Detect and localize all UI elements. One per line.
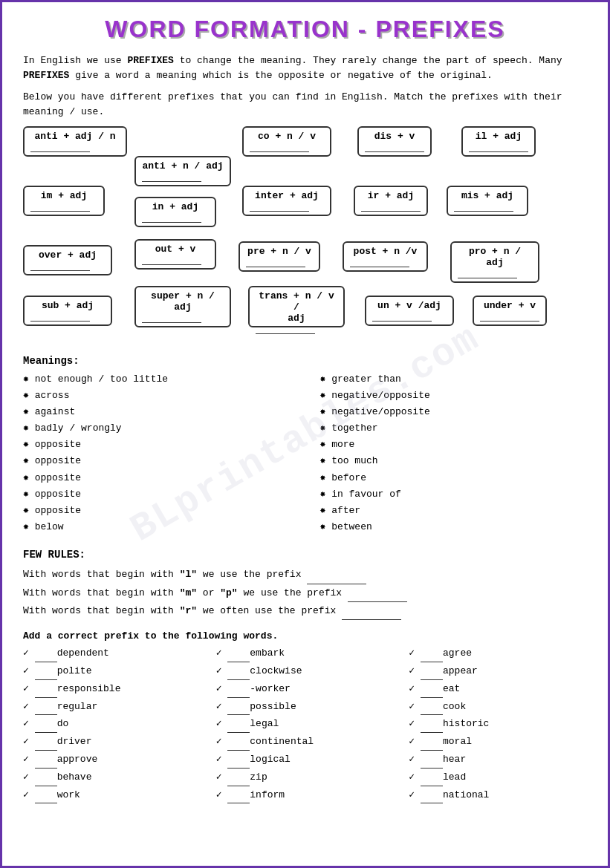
exercise-item: approve [23, 752, 201, 769]
meanings-left-col: not enough / too littleacrossagainstbadl… [23, 371, 291, 535]
meaning-left-item: opposite [23, 470, 291, 486]
exercise-item: national [409, 788, 587, 804]
exercise-item: -worker [216, 682, 395, 698]
rule-line: With words that begin with "l" we use th… [23, 566, 587, 584]
exercise-item: legal [216, 717, 395, 733]
exercise-title: Add a correct prefix to the following wo… [23, 630, 587, 642]
exercise-item: possible [216, 699, 395, 716]
pbox-im-adj: im + adj [23, 186, 105, 216]
pbox-in-adj: in + adj [134, 197, 216, 227]
meanings-title: Meanings: [23, 355, 587, 367]
meaning-right-item: too much [320, 453, 588, 469]
exercise-item: responsible [23, 682, 201, 698]
exercise-col1: dependent polite responsible regular do … [23, 646, 201, 805]
exercise-item: inform [216, 788, 395, 804]
meanings-right-col: greater thannegative/oppositenegative/op… [320, 371, 588, 535]
pbox-pre-n-v: pre + n / v [239, 241, 320, 272]
exercise-col2: embark clockwise -worker possible legal … [216, 646, 395, 805]
exercise-item: moral [409, 734, 587, 751]
meaning-left-item: badly / wrongly [23, 420, 291, 437]
exercise-item: clockwise [216, 664, 395, 680]
pbox-ir-adj: ir + adj [354, 186, 428, 216]
exercise-item: polite [23, 664, 201, 680]
rules-title: FEW RULES: [23, 546, 587, 564]
exercise-item: lead [409, 770, 587, 786]
meaning-right-item: between [320, 519, 588, 535]
exercise-item: regular [23, 699, 201, 716]
meaning-right-item: together [320, 420, 588, 437]
pbox-over-adj: over + adj [23, 245, 112, 275]
exercise-item: continental [216, 734, 395, 751]
pbox-mis-adj: mis + adj [447, 186, 528, 216]
meaning-left-item: below [23, 519, 291, 535]
pbox-post-n-v: post + n /v [343, 241, 428, 272]
meanings-section: Meanings: not enough / too littleacrossa… [23, 355, 587, 535]
meaning-right-item: in favour of [320, 486, 588, 503]
rule-line: With words that begin with "m" or "p" we… [23, 584, 587, 602]
instruction-paragraph: Below you have different prefixes that y… [23, 90, 587, 119]
meaning-right-item: negative/opposite [320, 404, 588, 420]
pbox-sub-adj: sub + adj [23, 296, 112, 326]
exercise-item: behave [23, 770, 201, 786]
meaning-right-item: before [320, 470, 588, 486]
meaning-right-item: greater than [320, 371, 588, 388]
exercise-item: dependent [23, 646, 201, 662]
meaning-left-item: opposite [23, 486, 291, 503]
exercise-col3: agree appear eat cook historic moral hea… [409, 646, 587, 805]
page-title: WORD FORMATION - PREFIXES [23, 16, 587, 43]
meaning-left-item: across [23, 388, 291, 404]
pbox-il-adj: il + adj [461, 126, 536, 157]
pbox-inter-adj: inter + adj [242, 186, 331, 216]
meaning-right-item: negative/opposite [320, 388, 588, 404]
meaning-left-item: against [23, 404, 291, 420]
pbox-anti-n-adj: anti + n / adj [134, 156, 231, 186]
intro-paragraph: In English we use PREFIXES to change the… [23, 53, 587, 82]
exercise-item: driver [23, 734, 201, 751]
pbox-un-v-adj: un + v /adj [365, 296, 454, 326]
rules-section: FEW RULES: With words that begin with "l… [23, 546, 587, 620]
prefix-boxes-area: anti + adj / n anti + n / adj co + n / v… [23, 126, 587, 342]
exercise-item: hear [409, 752, 587, 769]
exercise-item: appear [409, 664, 587, 680]
rule-line: With words that begin with "r" we often … [23, 602, 587, 620]
exercise-item: agree [409, 646, 587, 662]
pbox-super-n-adj: super + n /adj [134, 286, 231, 327]
pbox-co-n-v: co + n / v [242, 126, 331, 157]
exercise-item: eat [409, 682, 587, 698]
exercise-item: historic [409, 717, 587, 733]
pbox-out-v: out + v [134, 239, 216, 270]
pbox-under-v: under + v [473, 296, 547, 326]
meaning-left-item: opposite [23, 503, 291, 519]
meaning-left-item: opposite [23, 437, 291, 453]
exercise-item: logical [216, 752, 395, 769]
pbox-dis-v: dis + v [357, 126, 432, 157]
exercise-item: do [23, 717, 201, 733]
pbox-trans-n-v-adj: trans + n / v /adj [248, 286, 345, 327]
exercise-item: zip [216, 770, 395, 786]
meaning-right-item: more [320, 437, 588, 453]
exercise-item: cook [409, 699, 587, 716]
exercise-section: Add a correct prefix to the following wo… [23, 630, 587, 805]
exercise-item: work [23, 788, 201, 804]
meaning-left-item: opposite [23, 453, 291, 469]
pbox-pro-n-adj: pro + n / adj [450, 241, 539, 283]
meaning-left-item: not enough / too little [23, 371, 291, 388]
meaning-right-item: after [320, 503, 588, 519]
pbox-anti-adj-n: anti + adj / n [23, 126, 127, 157]
exercise-item: embark [216, 646, 395, 662]
